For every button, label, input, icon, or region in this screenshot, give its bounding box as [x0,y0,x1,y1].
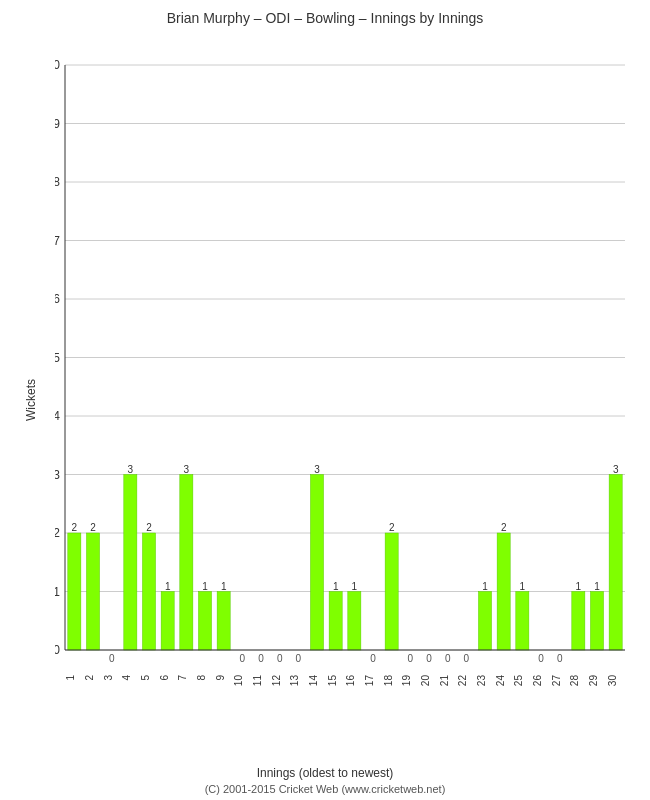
svg-text:22: 22 [457,675,468,687]
svg-text:10: 10 [55,58,60,72]
svg-text:3: 3 [128,464,134,475]
svg-text:1: 1 [165,581,171,592]
svg-text:1: 1 [520,581,526,592]
svg-text:0: 0 [240,653,246,664]
svg-text:10: 10 [233,675,244,687]
svg-text:26: 26 [532,675,543,687]
svg-text:0: 0 [557,653,563,664]
svg-rect-78 [478,592,491,651]
svg-rect-84 [516,592,529,651]
svg-text:1: 1 [594,581,600,592]
svg-text:29: 29 [588,675,599,687]
svg-text:30: 30 [607,675,618,687]
svg-text:17: 17 [364,675,375,687]
svg-rect-59 [329,592,342,651]
svg-text:21: 21 [439,675,450,687]
svg-text:2: 2 [501,522,507,533]
svg-rect-81 [497,533,510,650]
svg-text:1: 1 [482,581,488,592]
svg-text:0: 0 [109,653,115,664]
svg-text:3: 3 [55,468,60,482]
svg-text:19: 19 [401,675,412,687]
svg-text:13: 13 [289,675,300,687]
svg-text:14: 14 [308,675,319,687]
svg-text:0: 0 [370,653,376,664]
svg-text:1: 1 [202,581,208,592]
svg-text:25: 25 [513,675,524,687]
svg-text:1: 1 [333,581,339,592]
svg-text:6: 6 [159,675,170,681]
svg-text:1: 1 [221,581,227,592]
svg-text:3: 3 [103,675,114,681]
svg-text:11: 11 [252,675,263,687]
svg-text:12: 12 [271,675,282,687]
svg-text:2: 2 [72,522,78,533]
svg-text:28: 28 [569,675,580,687]
svg-text:1: 1 [352,581,358,592]
svg-rect-39 [180,475,193,651]
svg-text:0: 0 [55,643,60,657]
svg-text:23: 23 [476,675,487,687]
svg-text:0: 0 [538,653,544,664]
svg-rect-45 [217,592,230,651]
svg-text:5: 5 [140,675,151,681]
svg-text:24: 24 [495,675,506,687]
svg-rect-22 [68,533,81,650]
svg-text:8: 8 [196,675,207,681]
svg-text:0: 0 [258,653,264,664]
svg-rect-91 [572,592,585,651]
svg-text:16: 16 [345,675,356,687]
svg-text:20: 20 [420,675,431,687]
svg-rect-67 [385,533,398,650]
svg-text:8: 8 [55,175,60,189]
svg-text:3: 3 [613,464,619,475]
chart-title: Brian Murphy – ODI – Bowling – Innings b… [0,0,650,31]
svg-text:0: 0 [426,653,432,664]
svg-text:1: 1 [576,581,582,592]
svg-text:5: 5 [55,351,60,365]
svg-rect-25 [86,533,99,650]
svg-rect-33 [142,533,155,650]
svg-text:7: 7 [177,675,188,681]
svg-text:15: 15 [327,675,338,687]
svg-text:0: 0 [445,653,451,664]
svg-text:2: 2 [84,675,95,681]
svg-text:0: 0 [277,653,283,664]
svg-text:4: 4 [55,409,60,423]
svg-text:4: 4 [121,675,132,681]
svg-text:7: 7 [55,234,60,248]
svg-text:2: 2 [146,522,152,533]
svg-rect-36 [161,592,174,651]
svg-text:2: 2 [389,522,395,533]
svg-text:0: 0 [296,653,302,664]
svg-text:9: 9 [215,675,226,681]
svg-text:1: 1 [65,675,76,681]
svg-rect-30 [124,475,137,651]
svg-text:1: 1 [55,585,60,599]
svg-text:3: 3 [184,464,190,475]
svg-text:2: 2 [90,522,96,533]
chart-container: Brian Murphy – ODI – Bowling – Innings b… [0,0,650,800]
svg-rect-94 [590,592,603,651]
svg-text:27: 27 [551,675,562,687]
svg-text:0: 0 [464,653,470,664]
svg-text:9: 9 [55,117,60,131]
svg-text:18: 18 [383,675,394,687]
y-axis-label: Wickets [24,379,38,421]
svg-rect-56 [310,475,323,651]
svg-rect-42 [198,592,211,651]
svg-text:3: 3 [314,464,320,475]
svg-text:2: 2 [55,526,60,540]
svg-rect-62 [348,592,361,651]
svg-text:0: 0 [408,653,414,664]
svg-rect-97 [609,475,622,651]
copyright-label: (C) 2001-2015 Cricket Web (www.cricketwe… [205,783,446,795]
svg-text:6: 6 [55,292,60,306]
chart-svg: 0123456789102122033425163718190100110120… [55,35,635,720]
x-axis-label: Innings (oldest to newest) [257,766,394,780]
